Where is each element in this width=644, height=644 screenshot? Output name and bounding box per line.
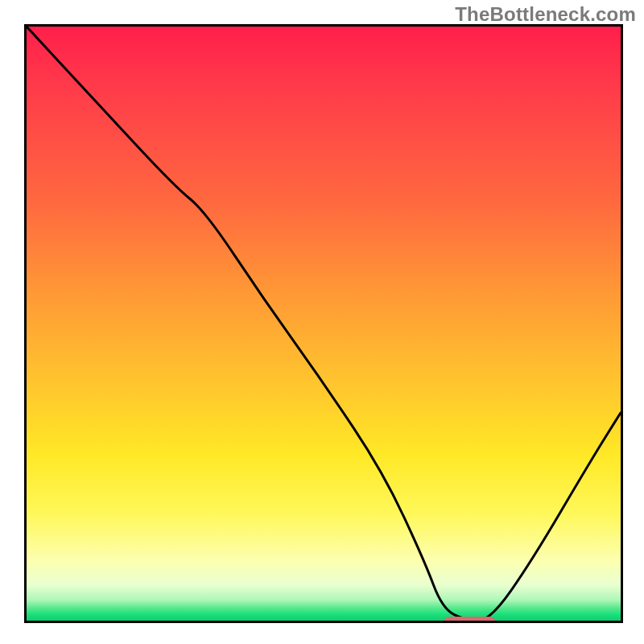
chart-frame: TheBottleneck.com <box>0 0 644 644</box>
bottleneck-curve <box>27 27 621 621</box>
optimal-marker <box>443 617 497 623</box>
watermark-text: TheBottleneck.com <box>455 3 636 26</box>
plot-area <box>24 24 623 623</box>
